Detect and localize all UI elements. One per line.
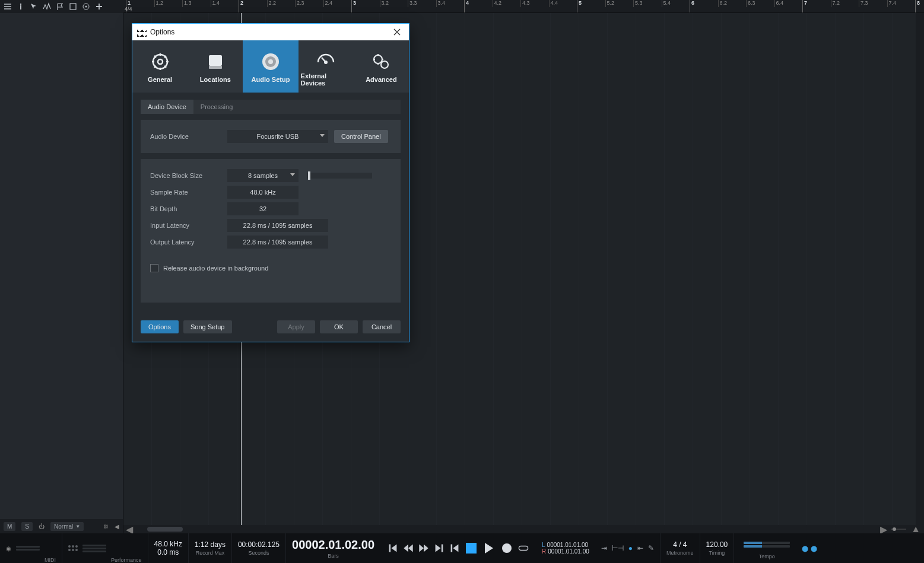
- preroll-icon[interactable]: ⇥: [601, 544, 607, 552]
- ruler-bar: 6: [690, 0, 694, 13]
- output-latency-label: Output Latency: [150, 238, 227, 246]
- ruler-beat: 6.2: [718, 0, 728, 7]
- global-mute-button[interactable]: M: [4, 522, 15, 531]
- sample-rate-value: 48.0 kHz: [154, 540, 182, 548]
- release-bg-label: Release audio device in background: [163, 265, 268, 272]
- tempo-value[interactable]: 120.00: [706, 540, 728, 549]
- tab-locations[interactable]: Locations: [188, 40, 243, 93]
- track-list-panel: M S ⏻ Normal ▼ ⚙ ◀: [0, 13, 123, 533]
- tool-target-icon[interactable]: [81, 1, 91, 12]
- chevron-left-icon[interactable]: ◀: [123, 524, 135, 534]
- svg-point-4: [85, 6, 87, 8]
- metronome-dot-icon[interactable]: ●: [628, 544, 633, 552]
- chevron-left-icon[interactable]: ◀: [115, 523, 119, 530]
- tool-menu-icon[interactable]: [2, 1, 13, 12]
- midi-activity-meter: [16, 542, 40, 554]
- svg-rect-10: [209, 66, 222, 69]
- svg-point-13: [268, 59, 273, 64]
- subtab-audio-device[interactable]: Audio Device: [141, 100, 193, 114]
- click-icon[interactable]: ✎: [648, 544, 654, 552]
- block-size-slider[interactable]: [307, 173, 372, 179]
- device-settings-panel: Device Block Size 8 samples Sample Rate …: [141, 159, 401, 303]
- gear-icon: [150, 51, 171, 72]
- return-to-start-button[interactable]: [449, 543, 460, 554]
- bit-depth-field[interactable]: 32: [227, 202, 299, 215]
- tool-flag-icon[interactable]: [55, 1, 65, 12]
- stop-button[interactable]: [465, 542, 478, 555]
- tool-draw-icon[interactable]: [42, 1, 52, 12]
- automation-mode-select[interactable]: Normal ▼: [50, 522, 84, 531]
- slider-thumb[interactable]: [308, 171, 310, 180]
- ruler-bar: 4: [464, 0, 469, 13]
- tab-general[interactable]: General: [132, 40, 188, 93]
- precount-icon[interactable]: ⇤: [637, 544, 643, 552]
- ruler-beat: 6.4: [774, 0, 784, 7]
- release-bg-checkbox[interactable]: [150, 264, 158, 272]
- tool-square-icon[interactable]: [68, 1, 78, 12]
- zoom-slider-icon[interactable]: [890, 526, 907, 533]
- ruler-beat: 3.3: [408, 0, 417, 7]
- tool-arrow-icon[interactable]: [28, 1, 39, 12]
- forward-end-button[interactable]: [434, 543, 444, 554]
- output-latency-value: 22.8 ms / 1095 samples: [227, 236, 328, 249]
- vertical-scrollbar[interactable]: [916, 13, 924, 525]
- tool-info-icon[interactable]: [15, 1, 26, 12]
- ruler-beat: 1.2: [154, 0, 164, 7]
- ruler-bar: 7: [802, 0, 807, 13]
- close-button[interactable]: [390, 25, 404, 39]
- cancel-button[interactable]: Cancel: [363, 320, 401, 333]
- dialog-category-tabs: General Locations Audio Setup External D…: [132, 40, 409, 93]
- scroll-thumb[interactable]: [147, 527, 183, 532]
- sample-rate-field[interactable]: 48.0 kHz: [227, 186, 299, 199]
- bars-value[interactable]: 00002.01.02.00: [292, 538, 374, 552]
- timing-label: Timing: [709, 550, 725, 556]
- audio-device-select[interactable]: Focusrite USB: [227, 130, 328, 143]
- audio-device-panel: Audio Device Focusrite USB Control Panel: [141, 120, 401, 153]
- ruler-beat: 5.2: [605, 0, 615, 7]
- transport-controls: [380, 542, 536, 555]
- toggle-a-icon[interactable]: ⬤: [802, 545, 808, 552]
- block-size-select[interactable]: 8 samples: [227, 169, 299, 182]
- control-panel-button[interactable]: Control Panel: [334, 130, 388, 143]
- output-meter: [740, 537, 793, 552]
- seconds-value[interactable]: 00:00:02.125: [238, 540, 280, 549]
- locator-l-value[interactable]: 00001.01.01.00: [547, 542, 589, 548]
- horizontal-scrollbar[interactable]: ◀ ▶ ▲: [123, 525, 924, 533]
- svg-line-15: [322, 58, 326, 62]
- rewind-button[interactable]: [403, 543, 414, 554]
- timesig-value[interactable]: 4 / 4: [673, 540, 687, 549]
- ruler-beat: 4.4: [549, 0, 558, 7]
- transport-bar: ◉ MIDI Performance 48.0 kHz 0.0 ms 1:12 …: [0, 533, 924, 563]
- loop-button[interactable]: [518, 543, 529, 554]
- forward-button[interactable]: [418, 543, 429, 554]
- chevron-right-icon[interactable]: ▶: [878, 524, 890, 534]
- ruler-beat: 4.2: [493, 0, 502, 7]
- tab-audio-setup[interactable]: Audio Setup: [243, 40, 298, 93]
- zoom-fit-icon[interactable]: ▲: [907, 524, 924, 533]
- autopunch-icon[interactable]: ⊢⊣: [612, 544, 624, 552]
- svg-rect-2: [70, 4, 76, 9]
- svg-point-6: [893, 527, 896, 531]
- ruler-beat: 2.2: [267, 0, 277, 7]
- toggle-b-icon[interactable]: ⬤: [811, 545, 817, 552]
- audio-device-label: Audio Device: [150, 133, 227, 140]
- power-icon[interactable]: ⏻: [39, 523, 45, 530]
- settings-icon[interactable]: ⚙: [103, 523, 109, 530]
- play-button[interactable]: [482, 542, 496, 555]
- apply-button[interactable]: Apply: [277, 320, 315, 333]
- subtab-processing[interactable]: Processing: [193, 100, 240, 114]
- ok-button[interactable]: OK: [320, 320, 358, 333]
- record-button[interactable]: [500, 542, 513, 555]
- rewind-start-button[interactable]: [388, 543, 398, 554]
- dialog-titlebar[interactable]: Options: [132, 24, 409, 40]
- options-footer-button[interactable]: Options: [141, 320, 179, 333]
- timeline-ruler[interactable]: 4/4 11.21.31.422.22.32.433.23.33.444.24.…: [123, 0, 924, 13]
- locator-r-value[interactable]: 00001.01.01.00: [548, 548, 589, 555]
- tool-add-icon[interactable]: [94, 1, 104, 12]
- global-solo-button[interactable]: S: [21, 522, 33, 531]
- song-setup-button[interactable]: Song Setup: [183, 320, 232, 333]
- audio-device-value: Focusrite USB: [257, 133, 299, 140]
- ruler-beat: 6.3: [746, 0, 755, 7]
- tab-advanced[interactable]: Advanced: [354, 40, 409, 93]
- tab-external-devices[interactable]: External Devices: [299, 40, 354, 93]
